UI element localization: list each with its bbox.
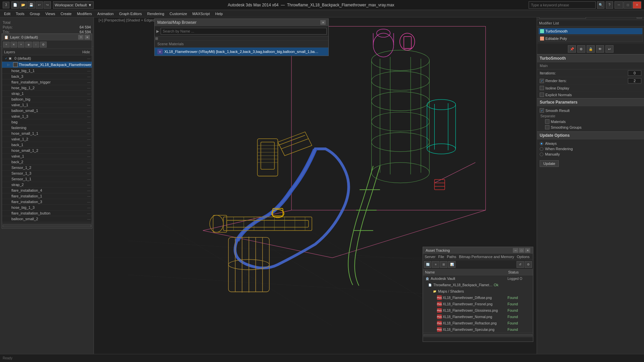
at-tb-btn-3[interactable]: ⊞: [440, 261, 447, 268]
at-menu-bitmap-perf[interactable]: Bitmap Performance and Memory: [459, 255, 514, 259]
at-item[interactable]: PNG XL18_Flamethrower_Glossiness.png Fou…: [423, 307, 533, 314]
mb-arrow-icon[interactable]: ▶: [156, 29, 159, 34]
layer-item[interactable]: balloon_big —: [2, 97, 92, 102]
iterations-input[interactable]: [628, 70, 641, 76]
layers-move-btn[interactable]: ↑: [33, 42, 39, 48]
menu-customize[interactable]: Customize: [167, 11, 190, 16]
layer-item[interactable]: hose_small_1_1 —: [2, 131, 92, 136]
layer-item[interactable]: hose_big_1_2 —: [2, 85, 92, 91]
minimize-button[interactable]: ─: [614, 1, 623, 9]
layers-add-btn[interactable]: +: [18, 42, 24, 48]
at-tb-btn-1[interactable]: 🔄: [424, 261, 431, 268]
layer-item[interactable]: Sensor_1_1 —: [2, 176, 92, 182]
layer-item[interactable]: back_3 —: [2, 74, 92, 79]
layer-item[interactable]: strap_2 —: [2, 182, 92, 188]
material-browser-close-btn[interactable]: ✕: [320, 20, 326, 25]
menu-graph-editors[interactable]: Graph Editors: [116, 11, 145, 16]
search-btn[interactable]: 🔍: [597, 1, 604, 9]
open-btn[interactable]: 📂: [19, 1, 27, 9]
layer-item[interactable]: balloon_small_1 —: [2, 108, 92, 114]
at-item[interactable]: PNG XL18_Flamethrower_Specular.png Found: [423, 326, 533, 333]
layer-item[interactable]: hose_small_1_2 —: [2, 148, 92, 154]
horizontal-scrollbar[interactable]: [2, 223, 92, 228]
asset-tracking-close-btn[interactable]: ✕: [525, 248, 530, 253]
scroll-track[interactable]: [3, 225, 91, 227]
at-menu-server[interactable]: Server: [425, 255, 435, 259]
at-tb-btn-settings[interactable]: ⚙: [525, 261, 532, 268]
layers-question-btn[interactable]: ?: [78, 35, 84, 40]
menu-animation[interactable]: Animation: [95, 11, 116, 16]
at-item[interactable]: 🏦 Autodesk Vault Logged O: [423, 276, 533, 282]
layer-item[interactable]: flare_installation_4 —: [2, 188, 92, 193]
menu-edit[interactable]: Edit: [1, 11, 13, 16]
at-scroll-track[interactable]: [424, 334, 532, 336]
layer-item[interactable]: ▷ Throwflame_XL18_Backpack_Flamethrower …: [2, 62, 92, 68]
render-iters-input[interactable]: [628, 78, 641, 83]
new-btn[interactable]: 📄: [11, 1, 19, 9]
layer-item[interactable]: strap_1 —: [2, 91, 92, 97]
at-item[interactable]: 📄 Throwflame_XL18_Backpack_Flamethrower_…: [423, 282, 533, 288]
close-button[interactable]: ✕: [633, 1, 641, 9]
layers-select-btn[interactable]: ◈: [25, 42, 32, 48]
at-item[interactable]: PNG XL18_Flamethrower_Refraction.png Fou…: [423, 320, 533, 326]
at-menu-paths[interactable]: Paths: [447, 255, 456, 259]
redo-btn[interactable]: ↪: [44, 1, 51, 9]
menu-modifiers[interactable]: Modifiers: [74, 11, 95, 16]
layer-item[interactable]: valve_1 —: [2, 154, 92, 159]
modifier-entry-editable-poly[interactable]: Editable Poly: [538, 35, 643, 42]
undo-btn[interactable]: ↩: [36, 1, 43, 9]
isoline-checkbox[interactable]: [540, 86, 544, 90]
layer-item[interactable]: flare_installation_button —: [2, 210, 92, 216]
layer-item[interactable]: balloon_small_2 —: [2, 216, 92, 222]
mod-history-btn[interactable]: ↩: [605, 45, 613, 53]
at-tb-btn-refresh[interactable]: ↺: [517, 261, 524, 268]
layers-close-btn[interactable]: ✕: [85, 35, 90, 40]
workspace-dropdown[interactable]: Workspace: Default ▼: [53, 1, 94, 9]
mod-show-btn[interactable]: 👁: [596, 45, 604, 53]
asset-tracking-minimize-btn[interactable]: ─: [513, 248, 518, 253]
layer-item[interactable]: hose_big_1_3 —: [2, 205, 92, 210]
layers-settings-btn[interactable]: ⚙: [40, 42, 47, 48]
manually-radio[interactable]: [540, 153, 543, 156]
at-horizontal-scrollbar[interactable]: [423, 333, 533, 337]
menu-rendering[interactable]: Rendering: [145, 11, 167, 16]
layer-item[interactable]: Sensor_1_3 —: [2, 171, 92, 176]
layer-item[interactable]: flare_installation_trigger —: [2, 79, 92, 85]
layers-create-btn[interactable]: +: [3, 42, 10, 48]
layer-item[interactable]: flare_installation_3 —: [2, 199, 92, 205]
mod-lock-btn[interactable]: 🔒: [587, 45, 595, 53]
layer-item[interactable]: fastening —: [2, 125, 92, 131]
menu-tools[interactable]: Tools: [13, 11, 27, 16]
mod-pin-btn[interactable]: 📌: [568, 45, 576, 53]
update-button[interactable]: Update: [540, 160, 559, 167]
menu-create[interactable]: Create: [58, 11, 74, 16]
material-browser-search-input[interactable]: [161, 28, 327, 35]
at-item[interactable]: 📁 Maps / Shaders: [423, 288, 533, 295]
layer-item[interactable]: valve_1_1 —: [2, 102, 92, 108]
at-item[interactable]: PNG XL18_Flamethrower_Diffuse.png Found: [423, 295, 533, 301]
smooth-result-checkbox[interactable]: [540, 108, 544, 113]
menu-group[interactable]: Group: [27, 11, 43, 16]
search-input[interactable]: [529, 1, 596, 9]
render-iters-checkbox[interactable]: [540, 79, 544, 83]
at-tb-btn-4[interactable]: 📊: [448, 261, 455, 268]
save-btn[interactable]: 💾: [28, 1, 35, 9]
help-btn[interactable]: ?: [606, 1, 613, 9]
asset-tracking-restore-btn[interactable]: □: [519, 248, 524, 253]
material-browser-item[interactable]: V XL18_Flamethrower (VRayMtl) [back_1,ba…: [155, 48, 328, 56]
menu-views[interactable]: Views: [43, 11, 58, 16]
layer-item[interactable]: valve_1_3 —: [2, 114, 92, 119]
at-item[interactable]: PNG XL18_Flamethrower_Normal.png Found: [423, 314, 533, 320]
at-menu-file[interactable]: File: [438, 255, 444, 259]
modifier-entry-turbosmooth[interactable]: TurboSmooth: [538, 28, 643, 35]
explicit-normals-checkbox[interactable]: [540, 93, 544, 97]
layers-delete-btn[interactable]: ✕: [10, 42, 17, 48]
layer-item[interactable]: back_2 —: [2, 159, 92, 165]
layer-item[interactable]: Sensor_1_2 —: [2, 165, 92, 171]
layer-item[interactable]: flare_installation_1 —: [2, 193, 92, 199]
layer-item[interactable]: ✓ ▣ 0 (default) —: [2, 55, 92, 62]
materials-checkbox[interactable]: [545, 119, 549, 124]
smoothing-groups-checkbox[interactable]: [545, 125, 549, 129]
layer-item[interactable]: bag —: [2, 119, 92, 125]
at-item[interactable]: PNG XL18_Flamethrower_Fresnel.png Found: [423, 301, 533, 307]
